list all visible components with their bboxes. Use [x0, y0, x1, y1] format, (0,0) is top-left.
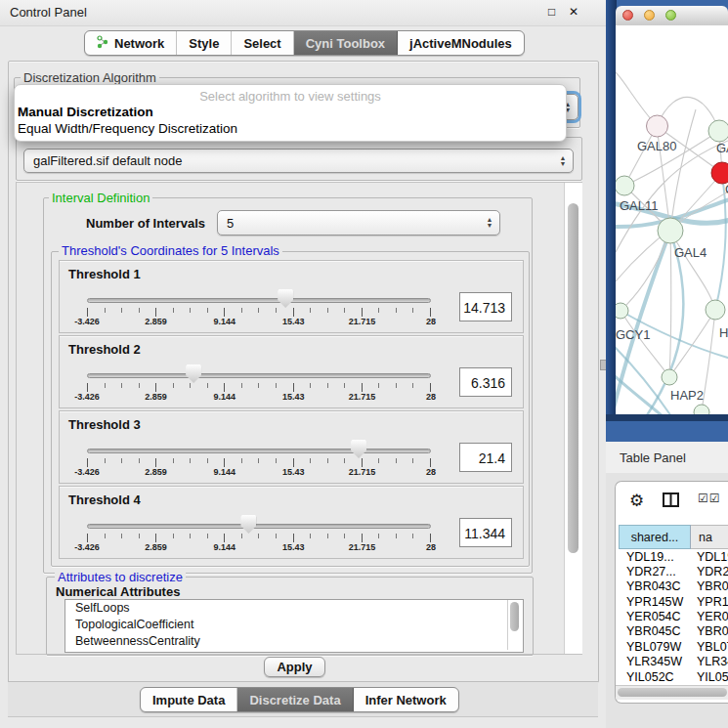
threshold-2-slider-track[interactable] — [87, 373, 431, 378]
threshold-2-value-field[interactable]: 6.316 — [459, 367, 512, 397]
number-of-intervals-combobox[interactable]: 5 ▲▼ — [217, 210, 500, 236]
threshold-4-slider-track[interactable] — [87, 524, 431, 529]
threshold-1-slider-track[interactable] — [87, 298, 431, 303]
threshold-2-panel: Threshold 2 -3.426 2.859 9.144 15.43 21.… — [59, 335, 524, 408]
threshold-4-slider-thumb[interactable] — [240, 515, 256, 534]
tick-mark — [396, 308, 397, 313]
table-row[interactable]: YLR345WYLR34 — [619, 655, 728, 669]
tick-mark — [310, 383, 311, 388]
slider-tick-labels: -3.426 2.859 9.144 15.43 21.715 28 — [87, 542, 431, 554]
table-header-row: shared... na — [619, 525, 728, 549]
tick-mark — [293, 534, 294, 542]
control-panel-tabs: Network Style Select Cyni Toolbox jActiv… — [84, 30, 525, 56]
node-red-selected[interactable] — [711, 162, 728, 184]
tick-mark — [344, 534, 345, 538]
node-gcy1[interactable] — [616, 303, 628, 319]
table-row[interactable]: YER054CYER05 — [619, 610, 728, 624]
select-columns-checkboxes-icon[interactable]: ☑☑ — [698, 492, 721, 505]
tick-mark — [276, 534, 277, 538]
zoom-traffic-light-icon[interactable] — [665, 10, 676, 21]
table-row[interactable]: YDR27...YDR27 — [619, 565, 728, 579]
node-gal11[interactable] — [616, 176, 634, 195]
tick-mark — [293, 308, 294, 317]
float-window-icon[interactable]: □ — [548, 6, 555, 19]
node-hap2[interactable] — [662, 369, 677, 385]
threshold-1-slider-thumb[interactable] — [278, 289, 293, 308]
tick-mark — [378, 383, 379, 388]
close-icon[interactable]: ✕ — [569, 6, 578, 19]
vertical-scrollbar[interactable] — [564, 183, 582, 654]
table-row[interactable]: YDL19...YDL19 — [619, 550, 728, 565]
tick-mark — [327, 534, 328, 538]
control-panel: Control Panel □ ✕ Network Style S — [0, 0, 606, 728]
tick-mark — [190, 308, 191, 313]
list-item[interactable]: SelfLoops — [65, 600, 523, 617]
tick-mark — [173, 458, 174, 463]
slider-tick-labels: -3.426 2.859 9.144 15.43 21.715 28 — [87, 317, 431, 328]
tick-mark — [87, 383, 88, 392]
tick-mark — [430, 458, 431, 467]
close-traffic-light-icon[interactable] — [622, 10, 633, 21]
table-row[interactable]: YBR043CYBR04 — [619, 579, 728, 594]
list-item[interactable]: BetweennessCentrality — [65, 633, 523, 650]
tick-mark — [87, 534, 88, 542]
tick-mark — [327, 383, 328, 388]
tab-impute-data[interactable]: Impute Data — [141, 688, 237, 711]
tab-style[interactable]: Style — [177, 31, 232, 55]
threshold-3-slider-thumb[interactable] — [351, 440, 366, 458]
numerical-attributes-list[interactable]: SelfLoops TopologicalCoefficient Between… — [64, 599, 524, 653]
tab-jactivemnodules[interactable]: jActiveMNodules — [398, 31, 524, 55]
algorithm-dropdown-popup: Select algorithm to view settings Manual… — [14, 84, 567, 142]
attributes-group-label: Attributes to discretize — [55, 571, 186, 583]
tab-select[interactable]: Select — [232, 31, 293, 55]
table-data-combobox[interactable]: galFiltered.sif default node ▲▼ — [23, 149, 574, 173]
apply-button[interactable]: Apply — [264, 657, 325, 677]
minimize-traffic-light-icon[interactable] — [644, 10, 655, 21]
node-gal4[interactable] — [658, 218, 683, 243]
tick-mark — [207, 458, 208, 463]
threshold-2-slider-thumb[interactable] — [186, 364, 201, 383]
tick-mark — [378, 534, 379, 538]
table-row[interactable]: YPR145WYPR14 — [619, 595, 728, 610]
tab-discretize-data[interactable]: Discretize Data — [237, 688, 353, 711]
table-row[interactable]: YIL052CYIL05 — [619, 670, 728, 685]
tick-mark — [155, 458, 156, 467]
column-header-name[interactable]: na — [691, 525, 728, 549]
threshold-3-value-field[interactable]: 21.4 — [459, 443, 512, 472]
network-view-canvas[interactable]: GAL80 GA C GAL11 GAL4 GCY1 H HAP2 — [616, 25, 728, 414]
scrollbar-thumb[interactable] — [510, 602, 519, 631]
dropdown-option-equal-width[interactable]: Equal Width/Frequency Discretization — [15, 121, 566, 138]
column-layout-icon[interactable] — [663, 492, 679, 511]
tick-mark — [258, 534, 259, 538]
column-header-shared-name[interactable]: shared... — [619, 525, 691, 549]
tick-mark — [190, 458, 191, 463]
tick-mark — [396, 534, 397, 538]
gear-icon[interactable]: ⚙ — [629, 491, 644, 511]
tick-mark — [207, 534, 208, 538]
node-top-right[interactable] — [708, 120, 728, 142]
threshold-4-value-field[interactable]: 11.344 — [459, 518, 512, 547]
tab-cyni-toolbox[interactable]: Cyni Toolbox — [294, 31, 398, 55]
threshold-1-value-field[interactable]: 14.713 — [459, 292, 512, 321]
node-h[interactable] — [706, 300, 725, 320]
tick-mark — [105, 383, 106, 388]
tick-mark — [105, 308, 106, 313]
tab-network[interactable]: Network — [85, 31, 177, 55]
scrollbar-thumb[interactable] — [618, 688, 727, 697]
cyni-bottom-tabs: Impute Data Discretize Data Infer Networ… — [140, 687, 459, 712]
threshold-3-slider-track[interactable] — [87, 449, 431, 453]
list-scrollbar[interactable] — [507, 600, 522, 650]
list-item[interactable]: TopologicalCoefficient — [65, 617, 523, 633]
network-window-titlebar[interactable] — [616, 6, 728, 26]
scrollbar-thumb[interactable] — [568, 203, 578, 553]
tick-mark — [344, 458, 345, 463]
table-row[interactable]: YBR045CYBR04 — [619, 624, 728, 639]
table-horizontal-scrollbar[interactable] — [616, 685, 728, 700]
dropdown-option-manual[interactable]: Manual Discretization — [15, 105, 566, 121]
table-row[interactable]: YBL079WYBL07 — [619, 640, 728, 655]
numerical-attributes-label: Numerical Attributes — [56, 584, 180, 599]
network-window-bottom-border — [606, 414, 728, 421]
node-gal80[interactable] — [647, 115, 668, 137]
node-bottom-cut[interactable] — [694, 405, 709, 414]
tab-infer-network[interactable]: Infer Network — [354, 688, 458, 711]
